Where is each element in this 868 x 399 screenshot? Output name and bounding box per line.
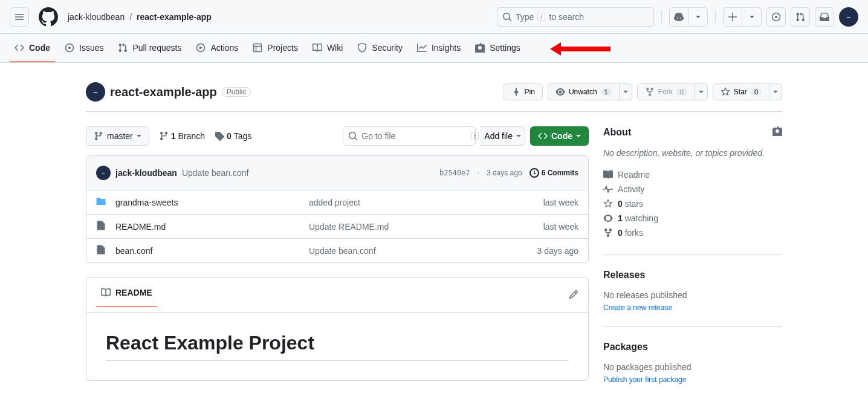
file-icon xyxy=(96,245,106,256)
branch-select-button[interactable]: master xyxy=(86,126,149,146)
file-commit-message[interactable]: added project xyxy=(309,198,543,207)
stars-link[interactable]: 0 stars xyxy=(603,196,782,211)
git-pull-request-icon xyxy=(795,12,805,22)
add-file-button[interactable]: Add file xyxy=(481,126,525,146)
nav-settings[interactable]: Settings xyxy=(470,34,525,62)
nav-code[interactable]: Code xyxy=(10,34,55,62)
git-branch-icon xyxy=(94,131,103,141)
play-icon xyxy=(196,43,206,53)
inbox-icon xyxy=(820,12,829,22)
main-column: master 1 Branch 0 Tags t xyxy=(86,126,589,399)
file-name-link[interactable]: README.md xyxy=(115,222,309,232)
create-new-button[interactable] xyxy=(723,7,742,27)
hamburger-icon xyxy=(15,12,24,22)
tags-label: Tags xyxy=(234,131,252,141)
about-block: About No description, website, or topics… xyxy=(603,126,782,255)
readme-tab[interactable]: README xyxy=(96,283,157,307)
github-mark-icon xyxy=(39,7,58,27)
code-icon xyxy=(15,43,24,53)
goto-file-input[interactable]: t xyxy=(343,126,476,146)
releases-block: Releases No releases published Create a … xyxy=(603,270,782,327)
releases-text: No releases published xyxy=(603,290,782,300)
github-logo[interactable] xyxy=(39,7,58,27)
about-settings-button[interactable] xyxy=(772,126,782,138)
repo-nav: Code Issues Pull requests Actions Projec… xyxy=(0,34,868,63)
forks-count: 0 xyxy=(618,228,623,238)
breadcrumb-separator: / xyxy=(129,12,132,22)
edit-readme-button[interactable] xyxy=(569,290,578,301)
file-row[interactable]: grandma-sweetsadded projectlast week xyxy=(86,190,588,214)
star-dropdown[interactable] xyxy=(769,83,782,100)
branches-link[interactable]: 1 Branch xyxy=(159,131,205,141)
forks-link[interactable]: 0 forks xyxy=(603,225,782,240)
commits-count-link[interactable]: 6 Commits xyxy=(530,168,578,178)
nav-security[interactable]: Security xyxy=(352,34,407,62)
file-commit-message[interactable]: Update README.md xyxy=(309,222,543,232)
search-text-before: Type xyxy=(516,12,534,22)
search-icon xyxy=(348,131,358,141)
nav-insights[interactable]: Insights xyxy=(412,34,465,62)
file-name-link[interactable]: grandma-sweets xyxy=(115,198,309,207)
fork-dropdown[interactable] xyxy=(695,83,708,100)
readme-header: README xyxy=(86,278,588,313)
star-icon xyxy=(603,199,613,209)
activity-link[interactable]: Activity xyxy=(603,182,782,196)
pin-button[interactable]: Pin xyxy=(504,83,543,100)
fork-count: 0 xyxy=(676,88,687,96)
svg-rect-6 xyxy=(254,44,262,51)
issues-button[interactable] xyxy=(766,7,786,27)
pull-requests-button[interactable] xyxy=(791,7,810,27)
code-button-label: Code xyxy=(551,131,572,141)
star-icon xyxy=(721,87,730,97)
publish-package-link[interactable]: Publish your first package xyxy=(603,375,686,384)
readme-heading: React Example Project xyxy=(106,332,569,361)
watching-link[interactable]: 1 watching xyxy=(603,211,782,225)
nav-issues[interactable]: Issues xyxy=(60,34,108,62)
nav-projects[interactable]: Projects xyxy=(248,34,303,62)
copilot-button[interactable] xyxy=(669,7,688,27)
create-dropdown[interactable] xyxy=(742,7,762,27)
hamburger-menu-button[interactable] xyxy=(10,7,29,27)
code-button[interactable]: Code xyxy=(530,126,589,146)
nav-security-label: Security xyxy=(372,43,403,53)
book-icon xyxy=(603,170,613,180)
commits-count-label: 6 Commits xyxy=(542,169,578,177)
user-avatar[interactable] xyxy=(839,7,858,27)
avatar-icon xyxy=(844,12,853,22)
nav-actions[interactable]: Actions xyxy=(191,34,243,62)
goto-file-field[interactable] xyxy=(361,131,467,141)
file-commit-message[interactable]: Update bean.conf xyxy=(309,246,537,256)
fork-button[interactable]: Fork 0 xyxy=(637,83,695,100)
global-header: jack-kloudbean / react-example-app Type … xyxy=(0,0,868,34)
nav-wiki[interactable]: Wiki xyxy=(308,34,348,62)
commit-author-avatar[interactable] xyxy=(96,166,111,180)
file-row[interactable]: README.mdUpdate README.mdlast week xyxy=(86,214,588,238)
watching-count: 1 xyxy=(618,213,623,223)
file-time: last week xyxy=(543,222,578,232)
create-release-link[interactable]: Create a new release xyxy=(603,303,672,312)
unwatch-button[interactable]: Unwatch 1 xyxy=(548,83,620,100)
commit-sha[interactable]: b2540e7 xyxy=(439,169,470,177)
watch-dropdown[interactable] xyxy=(620,83,632,100)
copilot-dropdown[interactable] xyxy=(688,7,708,27)
star-button[interactable]: Star 0 xyxy=(713,83,769,100)
fork-label: Fork xyxy=(658,88,673,96)
git-pull-request-icon xyxy=(118,43,128,53)
file-row[interactable]: bean.confUpdate bean.conf3 days ago xyxy=(86,238,588,262)
eye-icon xyxy=(603,213,613,223)
tags-count: 0 xyxy=(227,131,232,141)
file-name-link[interactable]: bean.conf xyxy=(115,246,309,256)
breadcrumb-owner[interactable]: jack-kloudbean xyxy=(68,12,125,22)
issue-opened-icon xyxy=(771,12,781,22)
packages-block: Packages No packages published Publish y… xyxy=(603,342,782,398)
commit-author-link[interactable]: jack-kloudbean xyxy=(115,168,177,178)
commit-message-link[interactable]: Update bean.conf xyxy=(182,168,249,178)
file-time: last week xyxy=(543,198,578,207)
readme-link[interactable]: Readme xyxy=(603,167,782,182)
notifications-button[interactable] xyxy=(815,7,834,27)
search-input[interactable]: Type / to search xyxy=(497,7,654,27)
breadcrumb-repo[interactable]: react-example-app xyxy=(137,12,212,22)
nav-pull-requests[interactable]: Pull requests xyxy=(113,34,186,62)
tags-link[interactable]: 0 Tags xyxy=(215,131,251,141)
search-text-after: to search xyxy=(549,12,584,22)
